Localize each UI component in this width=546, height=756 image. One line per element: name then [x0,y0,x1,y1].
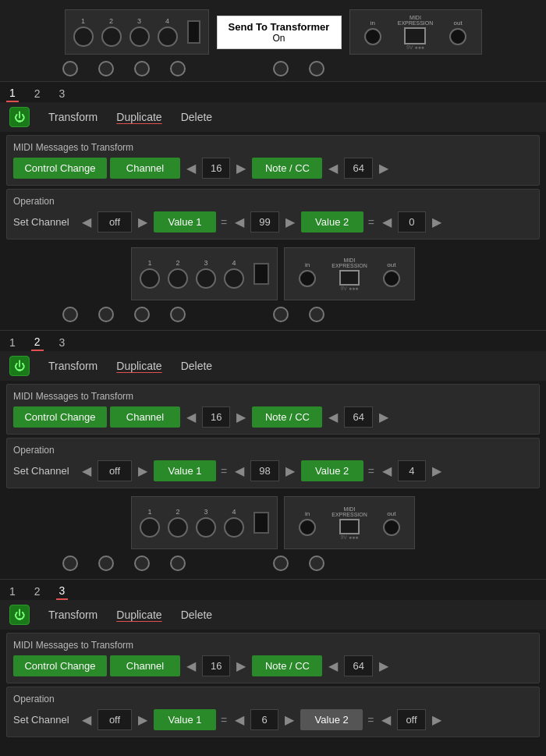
strip-knob-3[interactable] [134,61,150,76]
v1-arrow-right-2[interactable]: ▶ [282,463,298,478]
midi-in-jack [364,28,381,45]
note-arrow-left-3[interactable]: ◀ [325,658,341,673]
s1-knob-4[interactable] [170,307,186,322]
section-3: 1 2 3 ⏻ Transform Duplicate Delete MIDI … [0,579,546,744]
note-arrow-left-2[interactable]: ◀ [325,410,341,424]
control-change-btn-1[interactable]: Control Change [13,158,107,179]
channel-btn-1[interactable]: Channel [110,158,180,179]
off-arrow-left-3[interactable]: ◀ [79,712,94,727]
off-arrow-right-2[interactable]: ▶ [135,463,151,478]
knob-2[interactable] [101,27,122,47]
eq2-3: = [366,714,375,726]
value1-btn-3[interactable]: Value 1 [154,709,216,730]
v2-arrow-left-3[interactable]: ◀ [378,712,394,727]
note-value-2: 64 [344,406,372,428]
ch-arrow-right-3[interactable]: ▶ [233,658,249,673]
tab-3-num[interactable]: 3 [56,86,69,101]
s1-knob-2[interactable] [98,307,114,322]
s2-tab-3[interactable]: 3 [56,335,69,350]
note-cc-btn-3[interactable]: Note / CC [252,655,322,676]
s2-tab-2[interactable]: 2 [31,334,44,351]
operation-row-1: Set Channel ◀ off ▶ Value 1 = ◀ 99 ▶ Val… [13,211,533,232]
delete-label-2[interactable]: Delete [181,360,212,372]
note-arrow-right-3[interactable]: ▶ [376,658,392,673]
delete-label-3[interactable]: Delete [181,609,212,621]
note-arrow-right-1[interactable]: ▶ [376,161,392,176]
v2-arrow-right-3[interactable]: ▶ [429,712,445,727]
s3-tab-1[interactable]: 1 [6,584,19,599]
off-arrow-right-1[interactable]: ▶ [135,215,151,229]
power-btn-3[interactable]: ⏻ [9,605,30,625]
strip-knob-5[interactable] [273,61,289,76]
ch-arrow-left-1[interactable]: ◀ [183,161,199,176]
tab-1-num[interactable]: 1 [6,85,19,102]
v2-num-2: 4 [398,460,426,481]
strip-knob-1[interactable] [62,61,78,76]
channel-btn-2[interactable]: Channel [110,406,180,428]
strip-knob-6[interactable] [309,61,324,76]
duplicate-label-3[interactable]: Duplicate [116,609,161,621]
ch-arrow-right-1[interactable]: ▶ [233,161,249,176]
s1-knob-5[interactable] [273,307,289,322]
v1-arrow-left-1[interactable]: ◀ [232,215,247,229]
v2-arrow-right-2[interactable]: ▶ [429,463,445,478]
toolbar-2: ⏻ Transform Duplicate Delete [0,351,546,381]
midi-title-2: MIDI Messages to Transform [13,391,533,402]
s2-k6[interactable] [309,555,324,571]
duplicate-label-1[interactable]: Duplicate [116,111,161,123]
eq1-3: = [219,714,229,726]
value2-btn-1[interactable]: Value 2 [301,211,363,232]
off-arrow-left-2[interactable]: ◀ [79,463,94,478]
note-arrow-left-1[interactable]: ◀ [325,161,341,176]
power-btn-1[interactable]: ⏻ [9,107,30,127]
ch-arrow-left-3[interactable]: ◀ [183,658,199,673]
tab-2-num[interactable]: 2 [31,86,44,101]
eq2-1: = [367,216,376,229]
s1-knob-1[interactable] [62,307,78,322]
note-cc-btn-1[interactable]: Note / CC [252,158,322,179]
off-arrow-right-3[interactable]: ▶ [135,712,151,727]
note-arrow-right-2[interactable]: ▶ [376,410,392,424]
delete-label-1[interactable]: Delete [181,111,212,123]
control-change-btn-3[interactable]: Control Change [13,655,107,676]
s2-k2[interactable] [98,555,114,571]
control-change-btn-2[interactable]: Control Change [13,406,107,428]
v1-arrow-right-3[interactable]: ▶ [282,712,297,727]
ch-arrow-right-2[interactable]: ▶ [233,410,249,424]
strip-knob-4[interactable] [170,61,186,76]
s3-tab-2[interactable]: 2 [31,584,44,599]
s1-knob-6[interactable] [309,307,324,322]
v1-arrow-left-3[interactable]: ◀ [232,712,247,727]
off-arrow-left-1[interactable]: ◀ [79,215,94,229]
knob-3[interactable] [129,27,150,47]
s3-tab-3[interactable]: 3 [56,583,69,600]
knob-4[interactable] [158,27,178,47]
s2-k3[interactable] [134,555,150,571]
s2-tab-1[interactable]: 1 [6,335,19,350]
value2-btn-3[interactable]: Value 2 [300,709,363,730]
value1-btn-2[interactable]: Value 1 [154,460,216,481]
value2-btn-2[interactable]: Value 2 [301,460,363,481]
value1-btn-1[interactable]: Value 1 [154,211,216,232]
strip-knob-2[interactable] [98,61,114,76]
s1-knob-3[interactable] [134,307,150,322]
midi-title-3: MIDI Messages to Transform [13,640,533,651]
channel-btn-3[interactable]: Channel [110,655,180,676]
s2-k1[interactable] [62,555,78,571]
power-btn-2[interactable]: ⏻ [9,356,30,376]
duplicate-label-2[interactable]: Duplicate [116,360,161,372]
knob-1[interactable] [73,27,94,47]
knob-mid2-1 [168,268,188,289]
note-cc-btn-2[interactable]: Note / CC [252,406,322,428]
tab-bar-3: 1 2 3 [0,580,546,600]
s2-k4[interactable] [170,555,186,571]
v2-arrow-right-1[interactable]: ▶ [429,215,445,229]
section-1: 1 2 3 ⏻ Transform Duplicate Delete MIDI … [0,81,546,330]
v2-arrow-left-1[interactable]: ◀ [379,215,395,229]
v2-arrow-left-2[interactable]: ◀ [379,463,395,478]
send-to-transformer-box[interactable]: Send To Transformer On [217,16,342,49]
s2-k5[interactable] [273,555,289,571]
ch-arrow-left-2[interactable]: ◀ [183,410,199,424]
v1-arrow-left-2[interactable]: ◀ [232,463,247,478]
v1-arrow-right-1[interactable]: ▶ [282,215,298,229]
